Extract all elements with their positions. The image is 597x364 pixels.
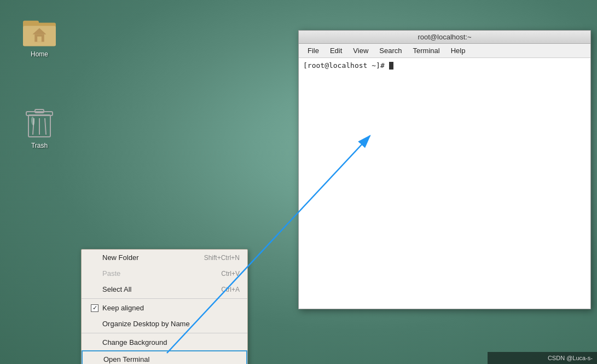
- ctx-label-change-bg: Change Background: [100, 338, 240, 346]
- ctx-label-keep-aligned: Keep aligned: [100, 304, 240, 312]
- terminal-window: root@localhost:~ File Edit View Search T…: [298, 30, 591, 309]
- terminal-prompt: [root@localhost ~]#: [303, 61, 389, 70]
- ctx-new-folder[interactable]: New Folder Shift+Ctrl+N: [82, 250, 247, 265]
- ctx-paste[interactable]: Paste Ctrl+V: [82, 265, 247, 281]
- terminal-cursor: [389, 62, 393, 70]
- svg-line-11: [45, 118, 46, 135]
- watermark-text: CSDN @Luca-s-: [548, 355, 593, 361]
- ctx-label-open-terminal: Open Terminal: [101, 355, 239, 363]
- ctx-organize-desktop[interactable]: Organize Desktop by Name: [82, 316, 247, 332]
- terminal-menu-edit[interactable]: Edit: [324, 45, 347, 56]
- svg-rect-5: [37, 37, 42, 42]
- home-icon: [23, 15, 56, 48]
- terminal-menu-file[interactable]: File: [302, 45, 324, 56]
- ctx-label-organize: Organize Desktop by Name: [100, 320, 240, 328]
- ctx-select-all[interactable]: Select All Ctrl+A: [82, 281, 247, 297]
- ctx-check-keep-aligned: ✓: [89, 304, 100, 312]
- desktop-icon-home[interactable]: Home: [18, 15, 61, 58]
- ctx-open-terminal[interactable]: Open Terminal: [82, 350, 247, 364]
- ctx-change-background[interactable]: Change Background: [82, 334, 247, 350]
- terminal-menubar: File Edit View Search Terminal Help: [299, 44, 590, 58]
- desktop: Home Trash New Folder: [0, 0, 597, 364]
- trash-icon: [23, 107, 56, 140]
- ctx-label-paste: Paste: [100, 269, 221, 278]
- terminal-content[interactable]: [root@localhost ~]#: [299, 58, 590, 309]
- desktop-icon-trash[interactable]: Trash: [18, 107, 61, 149]
- terminal-menu-search[interactable]: Search: [374, 45, 407, 56]
- terminal-menu-view[interactable]: View: [347, 45, 374, 56]
- terminal-menu-terminal[interactable]: Terminal: [408, 45, 445, 56]
- home-icon-label: Home: [31, 50, 48, 58]
- ctx-checkbox-keep-aligned: ✓: [91, 304, 98, 312]
- terminal-title: root@localhost:~: [418, 33, 471, 41]
- ctx-shortcut-paste: Ctrl+V: [221, 270, 240, 278]
- terminal-menu-help[interactable]: Help: [445, 45, 471, 56]
- trash-icon-label: Trash: [31, 142, 48, 149]
- terminal-titlebar: root@localhost:~: [299, 31, 590, 44]
- ctx-label-select-all: Select All: [100, 285, 221, 293]
- bottom-bar: CSDN @Luca-s-: [488, 352, 597, 364]
- context-menu: New Folder Shift+Ctrl+N Paste Ctrl+V Sel…: [81, 249, 248, 364]
- ctx-label-new-folder: New Folder: [100, 253, 204, 262]
- svg-point-12: [31, 117, 34, 125]
- ctx-shortcut-select-all: Ctrl+A: [221, 286, 240, 293]
- ctx-keep-aligned[interactable]: ✓ Keep aligned: [82, 300, 247, 316]
- ctx-shortcut-new-folder: Shift+Ctrl+N: [204, 254, 240, 262]
